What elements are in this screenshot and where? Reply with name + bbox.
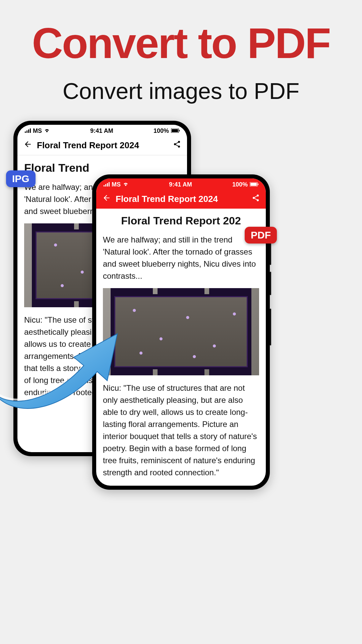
doc-title-left: Floral Trend <box>24 161 180 174</box>
carrier-label: MS <box>33 127 42 135</box>
share-icon[interactable] <box>252 194 260 204</box>
doc-body-right: Nicu: "The use of structures that are no… <box>103 382 259 479</box>
svg-rect-10 <box>104 185 105 186</box>
back-icon[interactable] <box>23 140 32 151</box>
promo-headline: Convert to PDF <box>0 18 362 68</box>
target-format-badge: PDF <box>245 227 277 244</box>
svg-rect-0 <box>25 131 26 133</box>
battery-icon <box>250 181 258 188</box>
svg-rect-11 <box>105 184 106 186</box>
phone-result: MS 9:41 AM 100% Floral Trend Report 2024 <box>92 174 270 490</box>
svg-rect-15 <box>250 183 257 186</box>
carrier-label: MS <box>112 181 121 188</box>
svg-point-17 <box>257 195 259 197</box>
header-title-left: Floral Trend Report 2024 <box>37 140 173 151</box>
wifi-icon <box>44 127 50 135</box>
battery-icon <box>171 127 180 135</box>
svg-point-18 <box>253 197 255 199</box>
svg-rect-1 <box>26 130 27 133</box>
app-header-left: Floral Trend Report 2024 <box>17 136 187 155</box>
svg-point-7 <box>178 141 180 143</box>
svg-rect-13 <box>109 182 110 186</box>
svg-rect-12 <box>107 183 108 186</box>
signal-icon <box>104 181 110 188</box>
svg-point-9 <box>178 146 180 148</box>
doc-intro-right: We are halfway; and still in the trend '… <box>103 234 259 282</box>
svg-rect-16 <box>258 183 258 185</box>
svg-point-8 <box>174 143 176 145</box>
battery-label: 100% <box>154 127 169 135</box>
svg-rect-3 <box>30 128 31 133</box>
back-icon[interactable] <box>102 194 111 205</box>
doc-title-right: Floral Trend Report 202 <box>103 215 259 227</box>
header-title-right: Floral Trend Report 2024 <box>116 194 252 204</box>
clock-label: 9:41 AM <box>90 127 113 135</box>
clock-label: 9:41 AM <box>169 181 192 188</box>
svg-rect-2 <box>28 129 29 133</box>
source-format-badge: IPG <box>6 170 36 187</box>
battery-label: 100% <box>232 181 248 188</box>
doc-image-right <box>103 288 259 375</box>
status-bar-right: MS 9:41 AM 100% <box>96 178 266 190</box>
share-icon[interactable] <box>173 140 181 151</box>
svg-rect-5 <box>172 129 178 132</box>
svg-rect-6 <box>179 130 180 131</box>
promo-subheadline: Convert images to PDF <box>0 78 362 104</box>
app-header-right: Floral Trend Report 2024 <box>96 190 266 209</box>
signal-icon <box>25 127 31 135</box>
svg-point-19 <box>257 199 259 201</box>
status-bar-left: MS 9:41 AM 100% <box>17 125 187 136</box>
wifi-icon <box>123 181 129 188</box>
doc-content-right[interactable]: Floral Trend Report 202 We are halfway; … <box>96 209 266 486</box>
